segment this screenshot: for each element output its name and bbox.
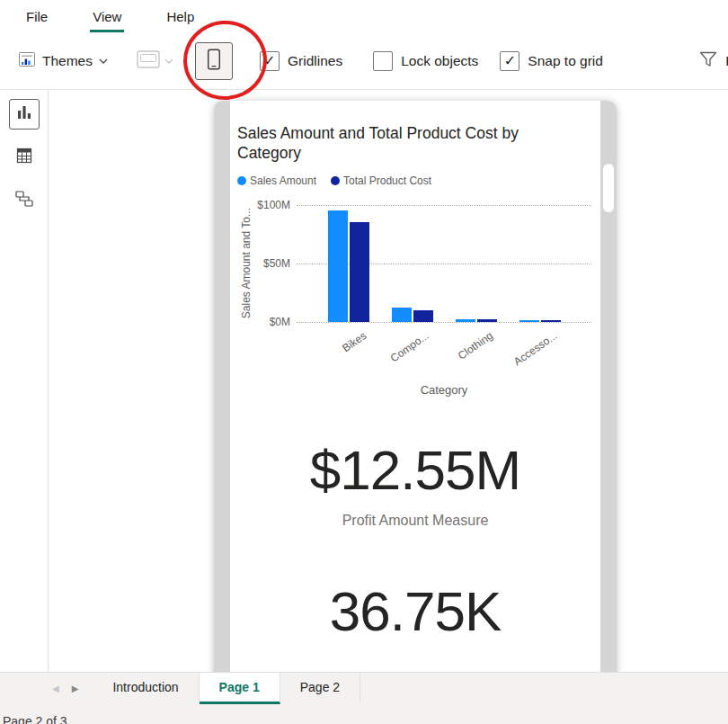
chart-title: Sales Amount and Total Product Cost by C… <box>237 124 563 164</box>
page-view-button[interactable] <box>137 50 173 72</box>
themes-button[interactable]: Themes <box>13 43 113 79</box>
x-label: Compo... <box>388 329 431 364</box>
gridlines-toggle[interactable]: ✓ Gridlines <box>260 51 342 71</box>
card-profit-amount[interactable]: $12.55M Profit Amount Measure <box>230 438 600 529</box>
bar-group-accessories <box>519 205 561 322</box>
gridlines-label: Gridlines <box>288 53 342 69</box>
legend-label: Sales Amount <box>250 174 316 187</box>
menu-bar: File View Help <box>0 0 728 32</box>
chevron-down-icon <box>164 58 173 64</box>
lock-objects-checkbox[interactable] <box>373 51 393 71</box>
themes-icon <box>18 50 36 72</box>
themes-label: Themes <box>42 53 93 69</box>
chart-bar[interactable] <box>477 319 497 322</box>
phone-scrollbar[interactable] <box>603 164 614 212</box>
legend-dot-sales-amount <box>237 176 246 185</box>
plot-area: Sales Amount and To... $100M $50M $0M <box>237 205 591 322</box>
model-view-icon <box>15 191 33 210</box>
snap-to-grid-toggle[interactable]: ✓ Snap to grid <box>500 51 603 71</box>
bar-group-clothing <box>456 205 497 322</box>
phone-left-strip <box>214 101 230 672</box>
snap-to-grid-checkbox[interactable]: ✓ <box>500 51 519 71</box>
card-value: 36.75K <box>230 579 600 643</box>
status-bar: Page 2 of 3 <box>0 704 728 724</box>
x-label: Clothing <box>456 329 495 362</box>
snap-to-grid-label: Snap to grid <box>528 53 603 69</box>
card-label: Profit Amount Measure <box>230 513 600 529</box>
page-tabs: ◀ ▶ Introduction Page 1 Page 2 <box>0 672 728 704</box>
y-tick: $100M <box>257 199 290 211</box>
legend-item[interactable]: Sales Amount <box>237 174 316 187</box>
chart-bar[interactable] <box>392 308 412 322</box>
view-sidebar <box>0 90 49 672</box>
card-value: $12.55M <box>230 438 600 502</box>
y-axis-title: Sales Amount and To... <box>240 208 253 318</box>
y-tick: $0M <box>270 316 290 328</box>
chart-bar[interactable] <box>519 320 539 322</box>
tab-nav-arrows: ◀ ▶ <box>0 673 93 704</box>
x-label: Bikes <box>340 329 368 354</box>
sidebar-item-data-view[interactable] <box>9 142 40 173</box>
filter-button[interactable]: Filt <box>699 51 728 71</box>
bar-group-components <box>392 205 433 322</box>
phone-right-strip <box>600 101 617 672</box>
next-page-arrow-icon[interactable]: ▶ <box>72 684 79 693</box>
lock-objects-label: Lock objects <box>401 53 478 69</box>
lock-objects-toggle[interactable]: Lock objects <box>373 51 478 71</box>
tab-introduction[interactable]: Introduction <box>93 673 199 704</box>
chart-bar[interactable] <box>456 319 475 322</box>
prev-page-arrow-icon[interactable]: ◀ <box>52 684 59 693</box>
y-axis-title-col: Sales Amount and To... <box>237 205 255 322</box>
legend-item[interactable]: Total Product Cost <box>331 174 431 187</box>
chart-bar[interactable] <box>350 222 369 322</box>
plot <box>297 205 591 322</box>
gridlines-checkbox[interactable]: ✓ <box>260 51 280 71</box>
report-view-icon <box>16 104 32 124</box>
bar-chart-visual[interactable]: Sales Amount and Total Product Cost by C… <box>230 124 600 397</box>
menu-view[interactable]: View <box>90 3 124 32</box>
menu-help[interactable]: Help <box>164 3 197 32</box>
ribbon: Themes ✓ Gridlines Lock objects ✓ Snap t… <box>0 32 728 90</box>
card-second-measure[interactable]: 36.75K <box>230 579 600 643</box>
page-status: Page 2 of 3 <box>3 714 67 724</box>
chart-bar[interactable] <box>413 310 433 322</box>
mobile-layout-button[interactable] <box>195 42 233 80</box>
legend-label: Total Product Cost <box>343 174 431 187</box>
sidebar-item-model-view[interactable] <box>9 185 40 216</box>
report-canvas: Sales Amount and Total Product Cost by C… <box>49 90 728 672</box>
y-axis-ticks: $100M $50M $0M <box>255 205 297 322</box>
x-label: Accesso... <box>511 329 559 368</box>
chevron-down-icon <box>99 58 108 64</box>
phone-preview: Sales Amount and Total Product Cost by C… <box>214 101 617 672</box>
sidebar-item-report-view[interactable] <box>9 99 40 130</box>
tab-page-2[interactable]: Page 2 <box>280 673 360 704</box>
page-view-icon <box>137 50 160 72</box>
phone-content: Sales Amount and Total Product Cost by C… <box>230 101 600 672</box>
data-view-icon <box>16 147 32 167</box>
x-axis-title: Category <box>297 383 591 397</box>
chart-bar[interactable] <box>328 210 348 322</box>
filter-funnel-icon <box>699 51 717 71</box>
mobile-phone-icon <box>206 47 222 76</box>
tab-page-1[interactable]: Page 1 <box>200 673 280 704</box>
legend-dot-total-product-cost <box>331 176 340 185</box>
chart-legend: Sales Amount Total Product Cost <box>237 174 600 187</box>
menu-file[interactable]: File <box>23 3 50 32</box>
y-tick: $50M <box>263 257 290 270</box>
bar-group-bikes <box>328 205 369 322</box>
chart-bar[interactable] <box>541 320 561 321</box>
x-axis-labels: Bikes Compo... Clothing Accesso... <box>297 322 591 369</box>
